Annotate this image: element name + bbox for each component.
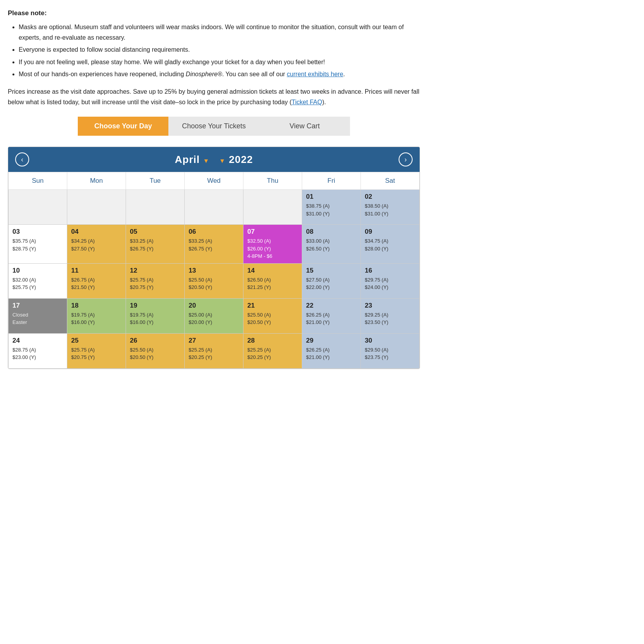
price-line: $21.00 (Y) [306,354,357,361]
calendar-day-13[interactable]: 13$25.50 (A)$20.50 (Y) [185,263,243,298]
price-line: $34.25 (A) [71,237,122,245]
calendar-week-2: 03$35.75 (A)$28.75 (Y)04$34.25 (A)$27.50… [9,225,420,264]
day-number: 03 [12,228,63,236]
tab-view-cart[interactable]: View Cart [259,117,350,136]
notice-item-2: Everyone is expected to follow social di… [19,44,420,55]
price-line: $25.50 (A) [189,276,239,284]
tab-choose-day[interactable]: Choose Your Day [78,117,168,136]
calendar-day-03[interactable]: 03$35.75 (A)$28.75 (Y) [9,225,67,264]
price-line: $23.75 (Y) [365,354,415,361]
calendar-week-4: 17ClosedEaster18$19.75 (A)$16.00 (Y)19$1… [9,298,420,333]
calendar-title: April ▼ ▼ 2022 [175,154,253,166]
calendar-year: 2022 [229,154,253,165]
day-number: 20 [189,302,239,310]
weekday-wed: Wed [185,172,243,190]
price-line: $19.75 (A) [71,311,122,319]
ticket-faq-link[interactable]: Ticket FAQ [292,99,322,105]
day-number: 14 [247,267,298,275]
tabs-bar: Choose Your Day Choose Your Tickets View… [78,117,350,136]
next-month-button[interactable]: › [399,152,413,166]
tab-choose-tickets[interactable]: Choose Your Tickets [168,117,259,136]
calendar-day-02[interactable]: 02$38.50 (A)$31.00 (Y) [361,190,420,225]
day-number: 09 [365,228,415,236]
price-line: $25.75 (Y) [12,284,63,291]
calendar-day-09[interactable]: 09$34.75 (A)$28.00 (Y) [361,225,420,264]
calendar-day-21[interactable]: 21$25.50 (A)$20.50 (Y) [243,298,302,333]
calendar-day-28[interactable]: 28$25.25 (A)$20.25 (Y) [243,333,302,368]
day-number: 26 [130,337,180,345]
calendar-day-06[interactable]: 06$33.25 (A)$26.75 (Y) [185,225,243,264]
calendar-day-29[interactable]: 29$26.25 (A)$21.00 (Y) [302,333,361,368]
price-line: $25.25 (A) [189,346,239,354]
price-line: $20.75 (Y) [71,354,122,361]
calendar-day-empty [67,190,126,225]
calendar-day-17[interactable]: 17ClosedEaster [9,298,67,333]
calendar-day-20[interactable]: 20$25.00 (A)$20.00 (Y) [185,298,243,333]
day-number: 12 [130,267,180,275]
weekday-mon: Mon [67,172,126,190]
calendar-header: ‹ April ▼ ▼ 2022 › [8,147,420,172]
calendar-day-05[interactable]: 05$33.25 (A)$26.75 (Y) [126,225,185,264]
calendar-day-30[interactable]: 30$29.50 (A)$23.75 (Y) [361,333,420,368]
calendar-day-08[interactable]: 08$33.00 (A)$26.50 (Y) [302,225,361,264]
price-line: $32.00 (A) [12,276,63,284]
price-line: $21.00 (Y) [306,318,357,326]
price-line: $26.75 (Y) [189,245,239,253]
calendar-day-18[interactable]: 18$19.75 (A)$16.00 (Y) [67,298,126,333]
price-line: $31.00 (Y) [306,210,357,218]
calendar-day-16[interactable]: 16$29.75 (A)$24.00 (Y) [361,263,420,298]
day-number: 19 [130,302,180,310]
day-number: 02 [365,193,415,201]
weekday-sat: Sat [361,172,420,190]
note-title: Please note: [8,9,420,17]
price-line: $16.00 (Y) [130,318,180,326]
calendar-day-25[interactable]: 25$25.75 (A)$20.75 (Y) [67,333,126,368]
calendar-day-01[interactable]: 01$38.75 (A)$31.00 (Y) [302,190,361,225]
day-number: 22 [306,302,357,310]
exhibits-link[interactable]: current exhibits here [287,71,343,77]
calendar-day-19[interactable]: 19$19.75 (A)$16.00 (Y) [126,298,185,333]
calendar-day-22[interactable]: 22$26.25 (A)$21.00 (Y) [302,298,361,333]
calendar-day-15[interactable]: 15$27.50 (A)$22.00 (Y) [302,263,361,298]
day-number: 11 [71,267,122,275]
price-line: Easter [12,318,63,326]
notice-item-4: Most of our hands-on experiences have re… [19,69,420,79]
month-arrow: ▼ [203,158,210,164]
price-line: $34.75 (A) [365,237,415,245]
day-number: 27 [189,337,239,345]
calendar-day-04[interactable]: 04$34.25 (A)$27.50 (Y) [67,225,126,264]
calendar-day-26[interactable]: 26$25.50 (A)$20.50 (Y) [126,333,185,368]
calendar-day-27[interactable]: 27$25.25 (A)$20.25 (Y) [185,333,243,368]
calendar-day-14[interactable]: 14$26.50 (A)$21.25 (Y) [243,263,302,298]
calendar-day-11[interactable]: 11$26.75 (A)$21.50 (Y) [67,263,126,298]
calendar: ‹ April ▼ ▼ 2022 › Sun Mon Tue Wed Thu F… [8,147,420,369]
calendar-week-3: 10$32.00 (A)$25.75 (Y)11$26.75 (A)$21.50… [9,263,420,298]
day-number: 17 [12,302,63,310]
price-line: $25.25 (A) [247,346,298,354]
day-number: 08 [306,228,357,236]
day-number: 13 [189,267,239,275]
price-line: $25.75 (A) [130,276,180,284]
price-line: $20.75 (Y) [130,284,180,291]
year-arrow: ▼ [219,158,226,164]
price-line: $20.50 (Y) [130,354,180,361]
calendar-day-23[interactable]: 23$29.25 (A)$23.50 (Y) [361,298,420,333]
price-line: $26.25 (A) [306,311,357,319]
calendar-day-07[interactable]: 07$32.50 (A)$26.00 (Y)4-8PM - $6 [243,225,302,264]
price-line: $25.00 (A) [189,311,239,319]
day-number: 07 [247,228,298,236]
prev-month-button[interactable]: ‹ [15,152,29,166]
price-line: $20.50 (Y) [189,284,239,291]
price-line: $22.00 (Y) [306,284,357,291]
day-number: 06 [189,228,239,236]
calendar-body: 01$38.75 (A)$31.00 (Y)02$38.50 (A)$31.00… [9,190,420,369]
price-line: $29.50 (A) [365,346,415,354]
price-line: $28.75 (Y) [12,245,63,253]
calendar-day-12[interactable]: 12$25.75 (A)$20.75 (Y) [126,263,185,298]
weekday-thu: Thu [243,172,302,190]
calendar-day-24[interactable]: 24$28.75 (A)$23.00 (Y) [9,333,67,368]
calendar-day-10[interactable]: 10$32.00 (A)$25.75 (Y) [9,263,67,298]
price-line: $33.25 (A) [130,237,180,245]
price-line: Closed [12,311,63,319]
price-line: $21.50 (Y) [71,284,122,291]
